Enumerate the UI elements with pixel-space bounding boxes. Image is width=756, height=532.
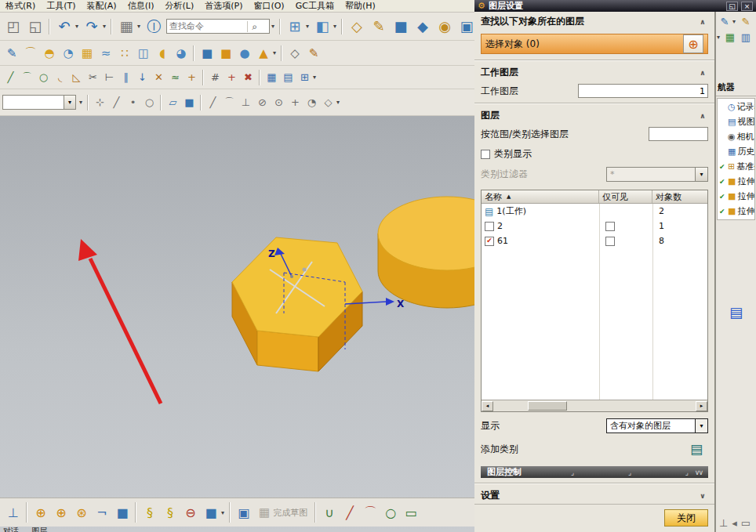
collapse-chevron-icon[interactable]: ∧ — [697, 18, 708, 26]
hole-icon[interactable]: ◉ — [434, 16, 456, 38]
separator[interactable] — [135, 502, 137, 523]
mirror-icon[interactable]: ◫ — [134, 44, 153, 63]
selection-filter-combo[interactable]: ▾ — [2, 95, 76, 110]
auto-dimension-icon[interactable]: ⊕ — [31, 502, 51, 523]
curve-arc-icon[interactable]: ⌒ — [360, 502, 380, 523]
line-icon[interactable]: ╱ — [2, 69, 19, 85]
separator[interactable] — [49, 19, 51, 34]
command-finder-icon[interactable]: ▦ — [115, 16, 137, 38]
collapse-chevron-icon[interactable]: ∧ — [697, 69, 708, 77]
separator[interactable] — [111, 19, 113, 34]
select-object-crosshair-button[interactable]: ⊕ — [683, 34, 703, 53]
undo-icon[interactable]: ↶ — [53, 16, 75, 38]
cube-blue-icon[interactable]: ■ — [198, 44, 216, 63]
redo-caret-icon[interactable]: ▾ — [100, 16, 108, 38]
solid-cube-icon[interactable]: ■ — [112, 502, 133, 523]
navigator-item[interactable]: ◉ 相机 — [718, 129, 754, 144]
trim-body-icon[interactable]: ◖ — [153, 44, 172, 63]
scroll-right-button[interactable]: ▸ — [696, 401, 707, 411]
swept-icon[interactable]: ◔ — [59, 44, 78, 63]
navigator-item[interactable]: ✔ ■ 拉伸 ( — [718, 204, 754, 219]
separator[interactable] — [26, 502, 28, 523]
menu-information[interactable]: 信息(I) — [122, 0, 160, 13]
menu-window[interactable]: 窗口(O) — [248, 0, 289, 13]
info-icon[interactable]: Ⓘ — [143, 16, 165, 38]
snap-tangent-icon[interactable]: ⊘ — [254, 94, 271, 110]
sheet-icon[interactable]: ▣ — [234, 502, 254, 523]
snap-point-icon[interactable]: ⊹ — [92, 94, 108, 110]
column-header-object-count[interactable]: 对象数 — [652, 190, 707, 203]
arc-tool-icon[interactable]: ⌒ — [21, 44, 40, 63]
datum-plane-icon[interactable]: ◇ — [346, 16, 368, 38]
nav-caret2-icon[interactable]: ▾ — [715, 29, 722, 45]
layer-61-visible-only-checkbox[interactable] — [605, 237, 615, 246]
snap-caret-icon[interactable]: ▾ — [334, 94, 342, 110]
search-caret-icon[interactable]: ▾ — [269, 16, 277, 38]
menu-format[interactable]: 格式(R) — [0, 0, 41, 13]
table-horizontal-scrollbar[interactable]: ◂ ▸ — [482, 400, 707, 411]
fillet-icon[interactable]: ◟ — [52, 69, 68, 85]
project-curve-icon[interactable]: ↓ — [134, 69, 151, 85]
block-icon[interactable]: ▣ — [456, 16, 474, 38]
layer-2-visible-only-checkbox[interactable] — [605, 222, 615, 231]
expand-chevrons-icon[interactable]: ∨∨ — [695, 469, 702, 476]
arc-icon[interactable]: ⌒ — [19, 69, 35, 85]
chevron-down-icon[interactable]: ▾ — [695, 419, 707, 432]
layer-2-checkbox[interactable] — [485, 222, 494, 231]
snap-center-icon[interactable]: ⊙ — [271, 94, 287, 110]
snap-orange2-icon[interactable]: ⊛ — [71, 502, 92, 523]
snap-quadrant-icon[interactable]: ◔ — [303, 94, 320, 110]
navigator-item[interactable]: ✔ ■ 拉伸 ( — [718, 174, 754, 189]
navigator-item[interactable]: ◷ 记录模式 — [718, 100, 754, 114]
separator[interactable] — [87, 95, 89, 110]
extrude-icon[interactable]: ■ — [390, 16, 412, 38]
copy-icon[interactable]: ◱ — [24, 16, 46, 38]
body-icon[interactable]: ■ — [181, 94, 198, 110]
studio-surface-icon[interactable]: ◓ — [40, 44, 59, 63]
tool-caret-icon[interactable]: ▾ — [271, 44, 278, 63]
snap-end-icon[interactable]: ╱ — [108, 94, 125, 110]
intersect-curve-icon[interactable]: ✕ — [151, 69, 167, 85]
undo-caret-icon[interactable]: ▾ — [73, 16, 81, 38]
menu-assemblies[interactable]: 装配(A) — [82, 0, 122, 13]
strip-rect-icon[interactable]: ▭ — [741, 517, 751, 529]
category-display-checkbox[interactable] — [481, 150, 490, 159]
chevron-down-icon[interactable]: ▾ — [64, 96, 75, 109]
edit-feature-icon[interactable]: ✎ — [304, 44, 323, 63]
redo-icon[interactable]: ↷ — [81, 16, 103, 38]
nav-table-check-icon[interactable]: ▦ — [722, 29, 738, 45]
offset-curve-icon[interactable]: ∥ — [118, 69, 134, 85]
strip-corner-icon[interactable]: ◂ — [732, 517, 737, 529]
collapse-chevron-icon[interactable]: ∧ — [697, 112, 708, 120]
menu-preferences[interactable]: 首选项(P) — [199, 0, 248, 13]
solid-cylinder[interactable] — [378, 197, 474, 308]
separator[interactable] — [160, 95, 162, 110]
pattern-icon[interactable]: ∷ — [115, 44, 134, 63]
clip2-icon[interactable]: § — [160, 502, 180, 523]
scrollbar-track[interactable] — [493, 401, 696, 411]
paste-icon[interactable]: ◰ — [2, 16, 24, 38]
navigator-item[interactable]: ▤ 视图 — [718, 114, 754, 129]
snap-line-icon[interactable]: ╱ — [205, 94, 221, 110]
separator[interactable] — [314, 502, 317, 523]
layer-row-work[interactable]: ▤ 1(工作) 2 — [482, 204, 707, 219]
solid-hexagon-prism[interactable] — [232, 237, 362, 371]
snap-mid-icon[interactable]: • — [125, 94, 141, 110]
work-layer-input[interactable] — [578, 84, 708, 98]
add-category-button[interactable]: ▤ — [685, 440, 708, 458]
collapse-chevron-icon[interactable]: ∨ — [697, 492, 708, 500]
search-input[interactable] — [167, 20, 247, 32]
view-grid-icon[interactable]: ▦ — [264, 69, 280, 85]
separator[interactable] — [281, 45, 283, 61]
sketch-curve-icon[interactable]: ✎ — [2, 44, 21, 63]
separator[interactable] — [259, 70, 261, 85]
layer-row-61[interactable]: ✔ 61 8 — [482, 233, 707, 248]
chamfer-icon[interactable]: ◺ — [68, 69, 85, 85]
curve-rect-icon[interactable]: ▭ — [401, 502, 421, 523]
delete-icon[interactable]: ✖ — [240, 69, 256, 85]
separator[interactable] — [279, 19, 282, 34]
clip-icon[interactable]: § — [140, 502, 160, 523]
notes-list-icon[interactable]: ▤ — [729, 304, 743, 320]
layer-control-group-header[interactable]: 图层控制 ⌟ ⌟ ⌟ ∨∨ — [481, 466, 708, 478]
nav-sheet-icon[interactable]: ▥ — [738, 29, 754, 45]
